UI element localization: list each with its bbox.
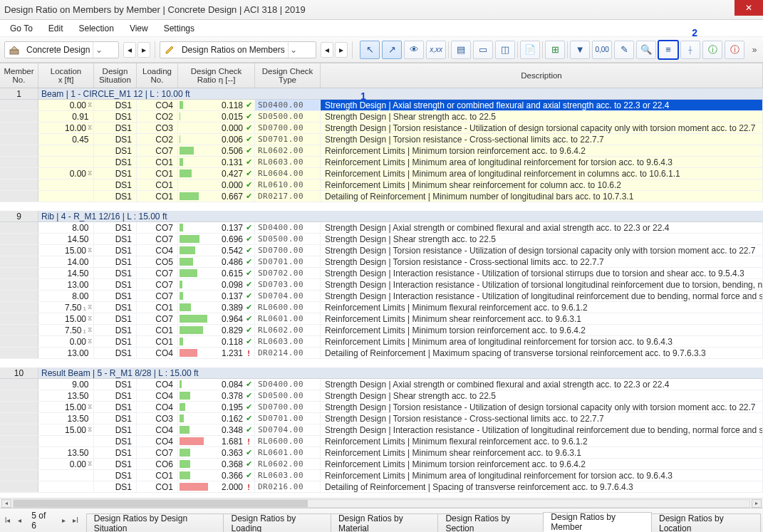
scroll-thumb[interactable] bbox=[14, 500, 308, 507]
col-situation[interactable]: Design Situation bbox=[94, 63, 137, 88]
cell-member bbox=[0, 234, 38, 244]
view-mode-icon[interactable]: 👁 bbox=[404, 41, 424, 59]
tab-design-situation[interactable]: Design Ratios by Design Situation bbox=[86, 513, 224, 532]
table-row[interactable]: 0.91 DS1CO20.015✔SD0500.00Strength Desig… bbox=[0, 111, 763, 122]
scroll-right-button[interactable]: ▸ bbox=[752, 499, 762, 508]
table-row[interactable]: 0.00⧖DS1CO40.118✔SD0400.00Strength Desig… bbox=[0, 100, 763, 111]
menu-view[interactable]: View bbox=[123, 21, 155, 36]
table-row[interactable]: 0.00⧖DS1CO60.368✔RL0602.00Reinforcement … bbox=[0, 459, 763, 470]
chevron-down-icon[interactable]: ⌄ bbox=[288, 42, 299, 58]
section-icon[interactable]: ◫ bbox=[495, 41, 515, 59]
table-row[interactable]: DS1CO10.667✔DR0217.00Detailing of Reinfo… bbox=[0, 191, 763, 202]
chevron-down-icon[interactable]: ⌄ bbox=[93, 42, 104, 58]
members-icon[interactable]: ⟊ bbox=[680, 41, 700, 59]
check-icon: ✔ bbox=[244, 402, 253, 412]
cell-loading: CO1 bbox=[137, 481, 178, 492]
next-table-button[interactable]: ▸ bbox=[335, 42, 348, 58]
cell-description: Strength Design | Torsion resistance - C… bbox=[321, 413, 763, 424]
group-header[interactable]: 1Beam | 1 - CIRCLE_M1 12 | L : 10.00 ft bbox=[0, 88, 763, 100]
col-description[interactable]: Description bbox=[321, 63, 763, 88]
next-design-button[interactable]: ▸ bbox=[137, 42, 150, 58]
col-ratio[interactable]: Design Check Ratio η [--] bbox=[178, 63, 255, 88]
check-icon: ✔ bbox=[244, 180, 253, 189]
col-type[interactable]: Design Check Type bbox=[255, 63, 321, 88]
menu-goto[interactable]: Go To bbox=[3, 21, 40, 36]
info-green-icon[interactable]: ⓘ bbox=[702, 41, 722, 59]
result-diagram-icon[interactable]: ▤ bbox=[451, 41, 471, 59]
table-row[interactable]: 9.00 DS1CO40.084✔SD0400.00Strength Desig… bbox=[0, 379, 763, 390]
details-icon[interactable]: ≡ bbox=[658, 41, 678, 59]
menu-settings[interactable]: Settings bbox=[157, 21, 202, 36]
table-row[interactable]: 7.50 1⧖DS1CO10.389✔RL0600.00Reinforcemen… bbox=[0, 302, 763, 313]
cell-situation: DS1 bbox=[94, 234, 137, 244]
info-red-icon[interactable]: ⓘ bbox=[725, 41, 744, 59]
table-row[interactable]: 14.50 DS1CO70.696✔SD0500.00Strength Desi… bbox=[0, 234, 763, 245]
select-member-icon[interactable]: ↗ bbox=[382, 41, 402, 59]
table-row[interactable]: 15.00⧖DS1CO40.348✔SD0704.00Strength Desi… bbox=[0, 424, 763, 436]
decimal-icon[interactable]: 0,00 bbox=[592, 41, 612, 59]
menu-selection[interactable]: Selection bbox=[72, 21, 121, 36]
max-min-icon[interactable]: x,xx bbox=[426, 41, 446, 59]
grid-body[interactable]: 1Beam | 1 - CIRCLE_M1 12 | L : 10.00 ft0… bbox=[0, 88, 763, 498]
table-row[interactable]: 15.00⧖DS1CO40.542✔SD0700.00Strength Desi… bbox=[0, 245, 763, 256]
prev-table-button[interactable]: ◂ bbox=[321, 42, 333, 58]
table-row[interactable]: 0.00⧖DS1CO10.427✔RL0604.00Reinforcement … bbox=[0, 168, 763, 179]
table-row[interactable]: 15.00⧖DS1CO70.964✔RL0601.00Reinforcement… bbox=[0, 313, 763, 325]
print-icon[interactable]: 📄 bbox=[520, 41, 540, 59]
table-row[interactable]: DS1CO10.131✔RL0603.00Reinforcement Limit… bbox=[0, 157, 763, 168]
design-type-combo[interactable]: Concrete Design ⌄ bbox=[4, 41, 119, 58]
cell-description: Strength Design | Torsion resistance - C… bbox=[321, 256, 763, 267]
table-row[interactable]: DS1CO10.366✔RL0603.00Reinforcement Limit… bbox=[0, 470, 763, 481]
tab-member[interactable]: Design Ratios by Member bbox=[543, 512, 652, 532]
table-row[interactable]: 10.00⧖DS1CO30.000✔SD0700.00Strength Desi… bbox=[0, 122, 763, 134]
table-row[interactable]: DS1CO10.000✔RL0610.00Reinforcement Limit… bbox=[0, 179, 763, 191]
pager-first-button[interactable]: I◂ bbox=[3, 516, 12, 524]
col-location[interactable]: Location x [ft] bbox=[38, 63, 94, 88]
callout-1: 1 bbox=[360, 90, 366, 102]
table-row[interactable]: 13.00 DS1CO70.098✔SD0703.00Strength Desi… bbox=[0, 279, 763, 291]
table-row[interactable]: DS1CO41.681!RL0600.00Reinforcement Limit… bbox=[0, 436, 763, 447]
table-row[interactable]: 14.00 DS1CO50.486✔SD0701.00Strength Desi… bbox=[0, 256, 763, 268]
select-row-icon[interactable]: ↖ bbox=[360, 41, 380, 59]
tab-loading[interactable]: Design Ratios by Loading bbox=[223, 513, 331, 532]
result-table-combo[interactable]: Design Ratios on Members ⌄ bbox=[160, 41, 316, 58]
menu-edit[interactable]: Edit bbox=[41, 21, 71, 36]
col-loading[interactable]: Loading No. bbox=[137, 63, 178, 88]
prev-design-button[interactable]: ◂ bbox=[123, 42, 136, 58]
toolbar-overflow-icon[interactable]: » bbox=[750, 45, 759, 55]
table-row[interactable]: 13.00 DS1CO41.231!DR0214.00Detailing of … bbox=[0, 348, 763, 359]
tab-section[interactable]: Design Ratios by Section bbox=[437, 513, 544, 532]
tab-location[interactable]: Design Ratios by Location bbox=[651, 513, 761, 532]
table-row[interactable]: 13.50 DS1CO40.378✔SD0500.00Strength Desi… bbox=[0, 390, 763, 402]
result-beam-icon[interactable]: ▭ bbox=[473, 41, 493, 59]
cell-type: RL0602.00 bbox=[255, 145, 321, 156]
group-header[interactable]: 10Result Beam | 5 - R_M1 8/28 | L : 15.0… bbox=[0, 367, 763, 379]
tab-material[interactable]: Design Ratios by Material bbox=[331, 513, 438, 532]
close-button[interactable]: ✕ bbox=[735, 0, 763, 16]
table-row[interactable]: DS1CO12.000!DR0216.00Detailing of Reinfo… bbox=[0, 481, 763, 493]
table-row[interactable]: 15.00⧖DS1CO40.195✔SD0700.00Strength Desi… bbox=[0, 402, 763, 413]
table-row[interactable]: DS1CO70.506✔RL0602.00Reinforcement Limit… bbox=[0, 145, 763, 157]
scroll-left-button[interactable]: ◂ bbox=[1, 499, 11, 508]
col-member[interactable]: Member No. bbox=[0, 63, 38, 88]
table-row[interactable]: 8.00 DS1CO70.137✔SD0704.00Strength Desig… bbox=[0, 291, 763, 302]
export-excel-icon[interactable]: ⊞ bbox=[545, 41, 565, 59]
table-row[interactable]: 13.50 DS1CO30.162✔SD0701.00Strength Desi… bbox=[0, 413, 763, 424]
extreme-icon: ⧖ bbox=[88, 426, 92, 434]
filter-icon[interactable]: ▼ bbox=[570, 41, 590, 59]
search-icon[interactable]: 🔍 bbox=[636, 41, 656, 59]
cell-member bbox=[0, 302, 38, 313]
horizontal-scrollbar[interactable]: ◂ ▸ bbox=[0, 498, 763, 508]
pager-prev-button[interactable]: ◂ bbox=[15, 516, 24, 524]
table-row[interactable]: 7.50 1⧖DS1CO10.829✔RL0602.00Reinforcemen… bbox=[0, 325, 763, 336]
group-header[interactable]: 9Rib | 4 - R_M1 12/16 | L : 15.00 ft bbox=[0, 211, 763, 222]
pager-last-button[interactable]: ▸I bbox=[71, 516, 81, 524]
scroll-track[interactable] bbox=[13, 499, 750, 508]
table-row[interactable]: 0.00⧖DS1CO10.118✔RL0603.00Reinforcement … bbox=[0, 336, 763, 348]
table-row[interactable]: 0.45 DS1CO20.006✔SD0701.00Strength Desig… bbox=[0, 134, 763, 145]
tool-icon[interactable]: ✎ bbox=[614, 41, 634, 59]
pager-next-button[interactable]: ▸ bbox=[58, 516, 68, 524]
table-row[interactable]: 14.50 DS1CO70.615✔SD0702.00Strength Desi… bbox=[0, 268, 763, 279]
table-row[interactable]: 8.00 DS1CO70.137✔SD0400.00Strength Desig… bbox=[0, 222, 763, 234]
table-row[interactable]: 13.50 DS1CO70.363✔RL0601.00Reinforcement… bbox=[0, 447, 763, 459]
